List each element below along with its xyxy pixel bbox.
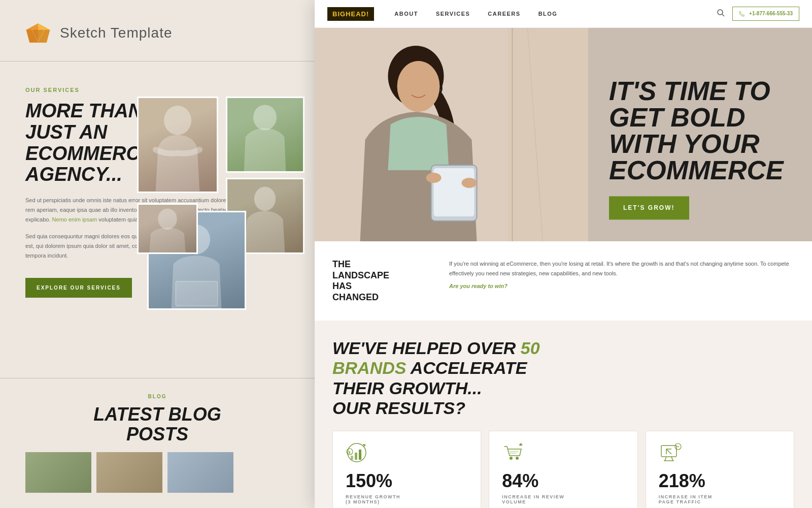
explore-services-button[interactable]: EXPLORE OUR SERVICES — [25, 278, 132, 298]
stat-card-review: 84% INCREASE IN REVIEWVOLUME — [489, 431, 637, 508]
nav-blog[interactable]: BLOG — [538, 11, 558, 17]
info-cta-link[interactable]: Are you ready to win? — [449, 283, 794, 289]
svg-line-46 — [666, 449, 671, 454]
right-panel-mockup: BIGHEAD! ABOUT SERVICES CAREERS BLOG +1-… — [315, 0, 812, 508]
stat-number-2: 84% — [502, 470, 624, 492]
stats-highlight: 50BRANDS — [332, 338, 540, 377]
svg-rect-13 — [176, 281, 217, 306]
hero-headline: IT'S TIME TO GET BOLD WITH YOUR ECOMMERC… — [609, 78, 802, 183]
stat-label-2: INCREASE IN REVIEWVOLUME — [502, 494, 624, 504]
svg-marker-39 — [519, 442, 523, 446]
nav-about[interactable]: ABOUT — [394, 11, 418, 17]
chart-icon: $ — [346, 441, 368, 464]
blog-label: BLOG — [25, 394, 289, 399]
info-left: THELANDSCAPEHASCHANGED — [332, 259, 434, 303]
blog-section: BLOG LATEST BLOGPOSTS — [0, 378, 315, 508]
app-title: Sketch Template — [60, 25, 173, 41]
svg-point-14 — [158, 209, 177, 230]
blog-thumb-1 — [25, 452, 91, 493]
stats-heading: WE'VE HELPED OVER 50BRANDS ACCELERATETHE… — [332, 338, 794, 418]
hero-section: IT'S TIME TO GET BOLD WITH YOUR ECOMMERC… — [315, 28, 812, 241]
blog-thumbnails — [25, 452, 289, 493]
svg-point-6 — [164, 106, 191, 135]
svg-point-10 — [254, 186, 276, 211]
photo-woman-desk — [137, 203, 198, 254]
info-strip: THELANDSCAPEHASCHANGED If you're not win… — [315, 241, 812, 321]
hero-person-bg — [315, 28, 588, 241]
svg-rect-33 — [355, 453, 357, 460]
site-navigation: BIGHEAD! ABOUT SERVICES CAREERS BLOG +1-… — [315, 0, 812, 28]
blog-thumb-3 — [167, 452, 233, 493]
header: Sketch Template — [0, 0, 315, 61]
left-panel: Sketch Template OUR SERVICES MORE THANJU… — [0, 0, 315, 508]
blog-thumb-2 — [96, 452, 162, 493]
svg-rect-34 — [359, 450, 361, 460]
sketch-logo-icon — [25, 20, 51, 46]
body-link[interactable]: Nemo enim ipsam — [52, 216, 97, 223]
hero-line1: IT'S TIME TO — [609, 76, 770, 106]
stat-label-3: INCREASE IN ITEMPAGE TRAFFIC — [659, 494, 781, 504]
stat-card-traffic: 218% INCREASE IN ITEMPAGE TRAFFIC — [646, 431, 794, 508]
phone-number: +1-877-666-555-33 — [749, 11, 793, 16]
info-body-text: If you're not winning at eCommerce, then… — [449, 259, 794, 278]
hero-content: IT'S TIME TO GET BOLD WITH YOUR ECOMMERC… — [609, 78, 802, 219]
info-title: THELANDSCAPEHASCHANGED — [332, 259, 434, 303]
svg-point-8 — [253, 105, 277, 130]
phone-button[interactable]: +1-877-666-555-33 — [732, 7, 799, 21]
svg-line-43 — [665, 457, 666, 461]
svg-point-30 — [462, 178, 477, 188]
site-logo: BIGHEAD! — [327, 7, 374, 21]
svg-text:$: $ — [349, 450, 351, 454]
stat-card-revenue: $ 150% REVENUE GROWTH(3 MONTHS) — [332, 431, 481, 508]
hero-line3: WITH YOUR — [609, 129, 760, 158]
photo-collage — [137, 97, 304, 315]
stats-section: WE'VE HELPED OVER 50BRANDS ACCELERATETHE… — [315, 321, 812, 508]
svg-point-37 — [510, 457, 513, 460]
photo-man-1 — [137, 97, 218, 193]
svg-line-44 — [671, 457, 673, 461]
svg-line-16 — [722, 14, 724, 16]
svg-rect-19 — [507, 28, 589, 241]
review-icon — [502, 441, 525, 464]
blog-heading: LATEST BLOGPOSTS — [25, 404, 289, 444]
svg-point-38 — [516, 457, 519, 460]
stat-label-1: REVENUE GROWTH(3 MONTHS) — [346, 494, 468, 504]
site-nav-right: +1-877-666-555-33 — [717, 7, 799, 21]
hero-line4: ECOMMERCE — [609, 155, 784, 185]
svg-rect-32 — [351, 456, 353, 460]
hero-cta-button[interactable]: LET'S GROW! — [609, 196, 689, 219]
svg-point-29 — [426, 173, 442, 183]
info-right: If you're not winning at eCommerce, then… — [449, 259, 794, 289]
svg-point-15 — [718, 10, 723, 15]
stat-number-3: 218% — [659, 470, 781, 492]
hero-line2: GET BOLD — [609, 103, 746, 132]
stats-cards: $ 150% REVENUE GROWTH(3 MONTHS) — [332, 431, 794, 508]
nav-careers[interactable]: CAREERS — [488, 11, 520, 17]
site-nav-links: ABOUT SERVICES CAREERS BLOG — [394, 11, 717, 17]
traffic-icon — [659, 441, 682, 464]
photo-woman-1 — [226, 97, 304, 173]
nav-services[interactable]: SERVICES — [436, 11, 470, 17]
services-label: OUR SERVICES — [25, 87, 289, 93]
stat-number-1: 150% — [346, 470, 468, 492]
svg-point-26 — [397, 61, 440, 112]
svg-marker-3 — [26, 30, 50, 43]
search-icon[interactable] — [717, 9, 725, 18]
